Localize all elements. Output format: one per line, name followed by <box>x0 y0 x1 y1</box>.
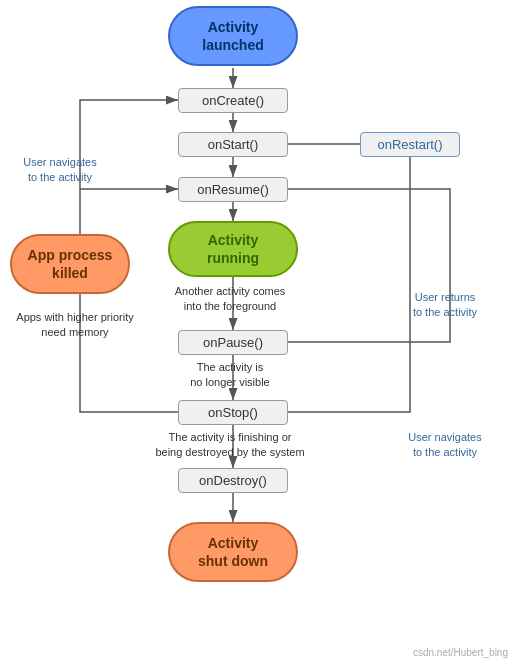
another-activity-label: Another activity comes into the foregrou… <box>160 284 300 315</box>
on-start-node: onStart() <box>178 132 288 157</box>
no-longer-visible-label: The activity is no longer visible <box>160 360 300 391</box>
on-pause-node: onPause() <box>178 330 288 355</box>
on-create-node: onCreate() <box>178 88 288 113</box>
user-navigates-label: User navigates to the activity <box>10 155 110 186</box>
activity-shutdown-node: Activity shut down <box>168 522 298 582</box>
user-navigates-label-2: User navigates to the activity <box>385 430 505 461</box>
on-stop-node: onStop() <box>178 400 288 425</box>
app-process-killed-node: App process killed <box>10 234 130 294</box>
activity-lifecycle-diagram: Activity launched onCreate() onStart() o… <box>0 0 513 663</box>
on-resume-node: onResume() <box>178 177 288 202</box>
activity-launched-node: Activity launched <box>168 6 298 66</box>
apps-higher-priority-label: Apps with higher priority need memory <box>10 310 140 341</box>
on-restart-node: onRestart() <box>360 132 460 157</box>
finishing-label: The activity is finishing or being destr… <box>130 430 330 461</box>
activity-running-node: Activity running <box>168 221 298 277</box>
on-destroy-node: onDestroy() <box>178 468 288 493</box>
watermark: csdn.net/Hubert_bing <box>413 647 508 658</box>
user-returns-label: User returns to the activity <box>390 290 500 321</box>
